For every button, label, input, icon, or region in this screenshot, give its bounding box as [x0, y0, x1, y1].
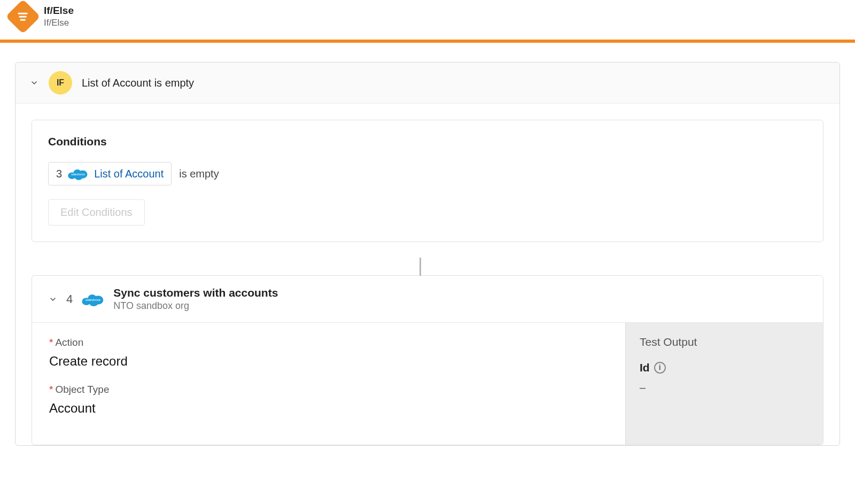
condition-step-number: 3	[56, 168, 62, 180]
test-output-id-label-text: Id	[640, 361, 650, 374]
salesforce-icon: salesforce	[81, 291, 105, 307]
step-number: 4	[66, 292, 73, 306]
svg-text:salesforce: salesforce	[86, 298, 101, 301]
field-object-type-label-text: Object Type	[55, 384, 109, 395]
field-object-type: *Object Type Account	[49, 384, 608, 416]
canvas: IF List of Account is empty Conditions 3…	[0, 43, 855, 465]
test-output-heading: Test Output	[640, 336, 809, 348]
page-subtitle: If/Else	[44, 18, 74, 28]
field-action: *Action Create record	[49, 337, 608, 369]
if-header[interactable]: IF List of Account is empty	[15, 63, 840, 104]
test-output-panel: Test Output Id i –	[625, 323, 823, 445]
field-action-value: Create record	[49, 354, 608, 369]
chevron-down-icon[interactable]	[29, 78, 39, 88]
step-body: *Action Create record *Object Type Accou…	[32, 323, 823, 445]
field-object-type-label: *Object Type	[49, 384, 608, 396]
test-output-id-value: –	[640, 382, 809, 394]
connector-line	[15, 258, 840, 275]
svg-text:salesforce: salesforce	[71, 173, 85, 176]
field-object-type-value: Account	[49, 401, 608, 416]
required-star: *	[49, 337, 53, 348]
info-icon[interactable]: i	[654, 362, 666, 374]
step-header[interactable]: 4 salesforce Sync customers with account…	[32, 276, 823, 323]
if-block: IF List of Account is empty Conditions 3…	[15, 62, 840, 446]
test-output-id-label: Id i	[640, 361, 809, 374]
condition-row: 3 salesforce List of Account is empty	[48, 162, 807, 185]
edit-conditions-button[interactable]: Edit Conditions	[48, 199, 145, 226]
conditions-heading: Conditions	[48, 135, 807, 148]
field-action-label: *Action	[49, 337, 608, 348]
chevron-down-icon[interactable]	[48, 294, 58, 304]
field-action-label-text: Action	[55, 337, 83, 348]
conditions-card: Conditions 3 salesforce List of Account …	[32, 120, 823, 242]
required-star: *	[49, 384, 53, 395]
step-subtitle: NTO sandbox org	[113, 300, 278, 312]
step-main: *Action Create record *Object Type Accou…	[32, 323, 625, 445]
condition-token-label: List of Account	[94, 168, 164, 180]
condition-operator: is empty	[179, 168, 219, 180]
if-badge: IF	[49, 71, 72, 95]
step-block: 4 salesforce Sync customers with account…	[32, 275, 823, 445]
salesforce-icon: salesforce	[67, 167, 89, 181]
step-title: Sync customers with accounts	[113, 286, 278, 299]
page-header: If/Else If/Else	[0, 0, 855, 40]
condition-token[interactable]: 3 salesforce List of Account	[48, 162, 172, 185]
ifelse-icon	[5, 0, 40, 34]
if-title: List of Account is empty	[82, 77, 194, 89]
page-title: If/Else	[44, 5, 74, 17]
